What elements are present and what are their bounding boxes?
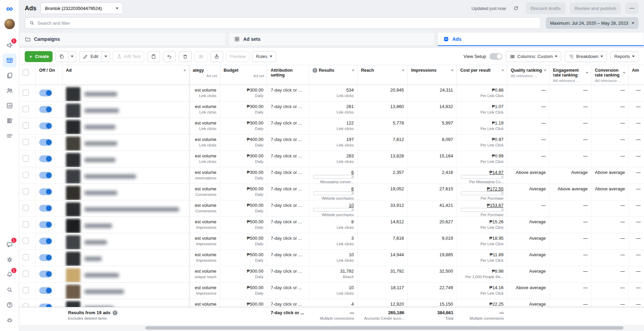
tab-campaigns[interactable]: Campaigns bbox=[19, 32, 226, 46]
header-ad[interactable]: Ad bbox=[63, 65, 189, 85]
ad-name-cell[interactable] bbox=[63, 283, 189, 299]
header-quality-ranking[interactable]: Quality rankingAd relevance ... bbox=[507, 65, 550, 85]
row-checkbox[interactable] bbox=[23, 122, 29, 129]
header-cost-per-result[interactable]: Cost per result bbox=[457, 65, 507, 85]
ad-name-cell[interactable] bbox=[63, 233, 189, 249]
undo-button[interactable] bbox=[163, 51, 176, 62]
ad-name-cell[interactable] bbox=[63, 217, 189, 233]
discard-drafts-button[interactable]: Discard drafts bbox=[526, 2, 565, 14]
reports-button[interactable]: Reports bbox=[610, 51, 639, 62]
tab-ads[interactable]: Ads bbox=[438, 32, 644, 46]
header-reach[interactable]: Reach bbox=[358, 65, 408, 85]
row-checkbox[interactable] bbox=[23, 221, 29, 227]
horizontal-scrollbar[interactable] bbox=[19, 325, 644, 331]
ad-name-cell[interactable] bbox=[63, 200, 189, 216]
sidebar-item-help[interactable] bbox=[3, 298, 16, 312]
ad-status-toggle[interactable] bbox=[39, 106, 52, 113]
ad-status-toggle[interactable] bbox=[39, 304, 52, 307]
ad-status-toggle[interactable] bbox=[39, 139, 52, 146]
sidebar-item-billing[interactable] bbox=[3, 114, 16, 128]
header-attribution[interactable]: Attribution setting bbox=[267, 65, 309, 85]
breakdown-button[interactable]: Breakdown bbox=[565, 51, 607, 62]
row-checkbox[interactable] bbox=[23, 188, 29, 194]
header-engagement-ranking[interactable]: Engagement rate rankingAd relevance ... bbox=[550, 65, 591, 85]
edit-button[interactable]: Edit bbox=[79, 51, 102, 62]
header-results[interactable]: iResults bbox=[309, 65, 358, 85]
header-conversion-ranking[interactable]: Conversion rate rankingAd relevance ... bbox=[591, 65, 629, 85]
ad-status-toggle[interactable] bbox=[39, 90, 52, 96]
date-range-selector[interactable]: Maximum: Jul 24, 2020 – May 28, 2023 bbox=[546, 17, 639, 29]
ab-test-button[interactable]: A/B Test bbox=[113, 51, 144, 62]
ad-name-cell[interactable] bbox=[63, 266, 189, 282]
ad-name-cell[interactable] bbox=[63, 250, 189, 266]
sidebar-item-ads-reporting[interactable] bbox=[3, 69, 16, 82]
header-impressions[interactable]: Impressions bbox=[408, 65, 457, 85]
row-checkbox[interactable] bbox=[23, 106, 29, 112]
sidebar-item-campaigns[interactable] bbox=[3, 54, 16, 67]
row-checkbox[interactable] bbox=[23, 271, 29, 277]
assign-people-button[interactable] bbox=[194, 51, 207, 62]
row-checkbox[interactable] bbox=[23, 238, 29, 244]
create-button[interactable]: ＋ Create bbox=[25, 51, 53, 62]
duplicate-menu-button[interactable] bbox=[68, 51, 76, 62]
sidebar-item-analytics[interactable] bbox=[3, 99, 16, 113]
sidebar-item-settings[interactable] bbox=[3, 253, 16, 267]
row-checkbox[interactable] bbox=[23, 304, 29, 307]
ad-name-cell[interactable] bbox=[63, 134, 189, 151]
select-all-checkbox[interactable] bbox=[23, 69, 29, 75]
ad-status-toggle[interactable] bbox=[39, 155, 52, 162]
account-selector[interactable]: Brontok (232203504479524) bbox=[41, 2, 123, 14]
scrollbar-thumb[interactable] bbox=[145, 326, 623, 330]
row-checkbox[interactable] bbox=[23, 172, 29, 178]
sidebar-item-notifications[interactable]: 1 bbox=[3, 268, 16, 282]
header-amount[interactable]: Am bbox=[629, 65, 644, 85]
sidebar-item-audiences[interactable] bbox=[3, 84, 16, 97]
clipboard-button[interactable] bbox=[147, 51, 160, 62]
row-checkbox[interactable] bbox=[23, 254, 29, 260]
ad-status-toggle[interactable] bbox=[39, 172, 52, 179]
row-checkbox[interactable] bbox=[23, 139, 29, 145]
sidebar-item-report-bug[interactable] bbox=[3, 313, 16, 327]
ad-status-toggle[interactable] bbox=[39, 221, 52, 228]
header-off-on[interactable]: Off / On bbox=[36, 65, 63, 85]
sidebar-item-updates[interactable]: 1 bbox=[3, 38, 16, 52]
ad-name-cell[interactable] bbox=[63, 184, 189, 200]
ad-status-toggle[interactable] bbox=[39, 188, 52, 195]
sidebar-item-messages[interactable]: 1 bbox=[3, 238, 16, 251]
export-button[interactable] bbox=[210, 51, 223, 62]
user-avatar[interactable] bbox=[4, 19, 15, 29]
ad-status-toggle[interactable] bbox=[39, 205, 52, 212]
row-checkbox[interactable] bbox=[23, 287, 29, 293]
ad-status-toggle[interactable] bbox=[39, 254, 52, 261]
rules-button[interactable]: Rules bbox=[252, 51, 276, 62]
refresh-button[interactable] bbox=[510, 2, 522, 14]
meta-logo[interactable]: ∞ bbox=[6, 3, 13, 14]
row-checkbox[interactable] bbox=[23, 90, 29, 96]
view-setup-toggle[interactable] bbox=[489, 53, 502, 60]
ad-status-toggle[interactable] bbox=[39, 287, 52, 294]
ad-name-cell[interactable] bbox=[63, 102, 189, 118]
ad-name-cell[interactable] bbox=[63, 151, 189, 167]
ad-status-toggle[interactable] bbox=[39, 271, 52, 277]
row-checkbox[interactable] bbox=[23, 155, 29, 162]
ad-status-toggle[interactable] bbox=[39, 122, 52, 129]
review-publish-button[interactable]: Review and publish bbox=[570, 2, 621, 14]
header-bid-strategy[interactable]: ategyAd set bbox=[189, 65, 220, 85]
sidebar-item-search[interactable] bbox=[3, 283, 16, 297]
columns-button[interactable]: Columns: Custom bbox=[506, 51, 561, 62]
search-input[interactable]: Search and filter bbox=[25, 17, 541, 29]
ad-name-cell[interactable] bbox=[63, 85, 189, 101]
row-checkbox[interactable] bbox=[23, 205, 29, 211]
edit-menu-button[interactable] bbox=[102, 51, 110, 62]
header-budget[interactable]: BudgetAd set bbox=[220, 65, 267, 85]
sidebar-item-all-tools[interactable] bbox=[3, 129, 16, 143]
ad-name-cell[interactable] bbox=[63, 167, 189, 184]
tab-adsets[interactable]: Ad sets bbox=[228, 32, 435, 46]
ad-status-toggle[interactable] bbox=[39, 238, 52, 245]
duplicate-button[interactable] bbox=[55, 51, 68, 62]
preview-button[interactable]: Preview bbox=[226, 51, 249, 62]
more-options-button[interactable]: ⋯ bbox=[625, 2, 639, 14]
ad-name-cell[interactable] bbox=[63, 299, 189, 307]
ad-name-cell[interactable] bbox=[63, 118, 189, 134]
delete-button[interactable] bbox=[179, 51, 192, 62]
